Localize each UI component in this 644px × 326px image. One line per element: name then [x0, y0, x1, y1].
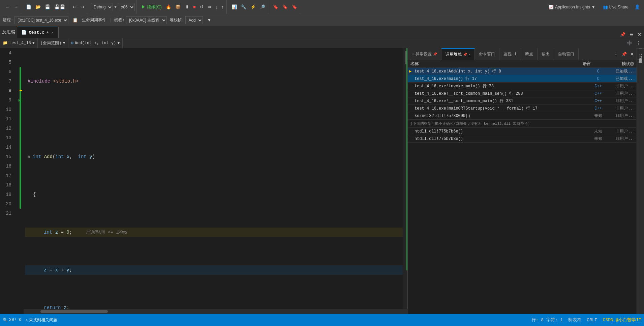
cs-row-0[interactable]: ▶ test_4_16.exe!Add(int x, int y) 行 8 C … [408, 68, 637, 75]
toolbar-bookmark-btn[interactable]: 🔖 [272, 4, 280, 10]
toolbar-undo-btn[interactable]: ↩ [71, 4, 78, 10]
toolbar-analyze-btn[interactable]: 🔎 [258, 4, 267, 10]
toolbar-attach-btn[interactable]: 🔧 [240, 4, 248, 10]
right-panel-pin-btn[interactable]: 📌 [620, 51, 628, 57]
right-panel-close-btn[interactable]: ✕ [629, 51, 635, 57]
tab-close-panel-btn[interactable]: ✕ [636, 31, 643, 38]
cs-row-1[interactable]: test_4_16.exe!main() 行 17 C 已加载... [408, 75, 637, 83]
toolbar-stepinto-btn[interactable]: ↓ [214, 4, 219, 10]
exception-pin: 📌 [433, 52, 437, 56]
status-warning: ⚠ 未找到相关问题 [25, 317, 57, 323]
toolbar-stop-btn[interactable]: ■ [192, 4, 197, 10]
line-num-14: 14 [0, 143, 14, 152]
kw-int-6: int [30, 152, 44, 161]
toolbar-open-btn[interactable]: 📂 [34, 4, 42, 10]
toolbar-save-btn[interactable]: 💾 [43, 4, 52, 10]
toolbar-saveall-btn[interactable]: 💾💾 [53, 4, 66, 10]
assign-9: = [47, 265, 55, 275]
toolbar-bookmark2-btn[interactable]: 🔖 [281, 4, 289, 10]
cs-status-1: 已加载... [608, 76, 635, 82]
toolbar-pause-btn[interactable]: ⏸ [183, 4, 190, 10]
tab-breakpoints[interactable]: 断点 [521, 48, 538, 60]
debug-mode-select[interactable]: Debug [91, 3, 113, 11]
var-y-9: y [66, 265, 69, 275]
thread-select[interactable]: [0x3AAC] 主线程 [126, 16, 167, 24]
toolbar-perf-btn[interactable]: 📊 [230, 4, 238, 10]
cs-row-7[interactable]: ntdll.dll!775b7b6e() 未知 非用户... [408, 128, 637, 135]
toolbar-new-btn[interactable]: 📄 [25, 4, 33, 10]
tab-watch1[interactable]: 监视 1 [499, 48, 521, 60]
editor-scrollbar[interactable] [403, 48, 407, 326]
live-share-btn[interactable]: 👥 Live Share [600, 4, 631, 10]
toolbar-build-btn[interactable]: 📦 [174, 4, 182, 10]
function-name: Add(int x, int y) [75, 41, 116, 46]
cs-row-2[interactable]: test_4_16.exe!invoke_main() 行 78 C++ 非用户… [408, 83, 637, 90]
status-zoom-label: 207 % [9, 318, 21, 322]
toolbar-group-bookmarks: 🔖 🔖 🔖 [270, 0, 300, 14]
tab-close-btn[interactable]: ✕ [51, 30, 54, 35]
cs-row-3[interactable]: test_4_16.exe!__scrt_common_main_seh() 行… [408, 90, 637, 97]
h-scroll-thumb[interactable] [40, 310, 108, 313]
scope-dropdown[interactable]: (全局范围) ▼ [38, 38, 68, 48]
cs-row-5[interactable]: test_4_16.exe!mainCRTStartup(void * __fo… [408, 105, 637, 112]
status-tabtype: 制表符 [568, 317, 581, 323]
app-insights-btn[interactable]: 📈 Application Insights ▼ [546, 4, 598, 10]
cs-lang-6: 未知 [588, 113, 608, 119]
continue-btn[interactable]: ▶ 继续(C) [140, 3, 163, 11]
cs-row-8[interactable]: ntdll.dll!775b7b3e() 未知 非用户... [408, 135, 637, 143]
nav-add-btn[interactable]: ➕ [625, 40, 634, 46]
process-select[interactable]: [0x1FCC] test_4_16.exe [14, 16, 68, 24]
toolbar-account-btn[interactable]: 👤 [633, 4, 641, 10]
process-item: 进程: [0x1FCC] test_4_16.exe [3, 16, 68, 24]
toolbar-stepout-btn[interactable]: ↑ [220, 4, 225, 10]
fn-add: Add [44, 152, 53, 161]
right-panel-controls: ⋮ 📌 ✕ [611, 51, 637, 57]
stack-select[interactable]: Add [185, 16, 203, 24]
toolbar-restart-btn[interactable]: ↺ [198, 4, 205, 10]
toolbar-forward-btn[interactable]: → [12, 4, 20, 10]
process-action-btn[interactable]: 📋 [71, 17, 79, 23]
platform-select[interactable]: x86 [118, 3, 135, 11]
code-content[interactable]: #include <stdio.h> ⊟ int Add ( int [25, 48, 403, 326]
warning-text: [下面的框架可能不正确和/或缺失，没有为 kernel32.dll 加载符号] [410, 121, 634, 126]
toolbar-redo-btn[interactable]: ↪ [79, 4, 86, 10]
tab-command-window[interactable]: 命令窗口 [475, 48, 499, 60]
sidebar-item-git[interactable]: Git 更改 [637, 48, 644, 63]
cs-row-6[interactable]: kernel32.dll!75780099() 未知 非用户... [408, 112, 637, 120]
tab-pin-btn[interactable]: 📌 [619, 31, 627, 38]
tab-testc[interactable]: 📄 test.c ● ✕ [17, 27, 59, 38]
paren-open-6: ( [53, 152, 55, 161]
line-num-19: 19 [0, 190, 14, 199]
horizontal-scrollbar[interactable] [24, 309, 408, 314]
line-num-11: 11 [0, 114, 14, 124]
project-dropdown[interactable]: 📁 test_4_16 ▼ [0, 38, 38, 48]
code-container[interactable]: 4 5 6 7 8 9 10 11 12 13 14 15 16 17 18 1… [0, 48, 407, 326]
toolbar-profile-btn[interactable]: ⚡ [249, 4, 257, 10]
tab-split-btn[interactable]: ☰ [628, 31, 635, 38]
tab-auto-window[interactable]: 自动窗口 [554, 48, 579, 60]
disassembly-btn[interactable]: 反汇编 [0, 26, 17, 38]
nav-menu-btn[interactable]: ⋮ [635, 40, 642, 46]
expand-btn[interactable]: ▼ [206, 17, 213, 23]
tab-output[interactable]: 输出 [538, 48, 554, 60]
scroll-green-marker [406, 48, 407, 270]
col-header-lang: 语言 [573, 61, 600, 67]
right-panel-menu-btn[interactable]: ⋮ [612, 51, 619, 57]
toolbar-back-btn[interactable]: ← [4, 4, 11, 10]
var-z: z [55, 228, 58, 237]
toolbar-hotreload-btn[interactable]: 🔥 [164, 4, 173, 10]
cs-status-4: 非用户... [608, 98, 635, 104]
toolbar-bookmark3-btn[interactable]: 🔖 [290, 4, 299, 10]
function-dropdown[interactable]: ⚙ Add(int x, int y) ▼ [68, 38, 123, 48]
exception-icon: ⚠ [412, 52, 414, 57]
cs-row-4[interactable]: test_4_16.exe!__scrt_common_main() 行 331… [408, 97, 637, 105]
tab-exception-settings[interactable]: ⚠ 异常设置 📌 [408, 48, 441, 60]
tab-modified-icon: ● [47, 30, 49, 34]
fold-icon-6[interactable]: ⊟ [28, 152, 30, 161]
toolbar-stepover-btn[interactable]: ➡ [206, 4, 213, 10]
tab-call-stack[interactable]: 调用堆栈 📌 ✕ [441, 48, 475, 60]
cs-lang-4: C++ [588, 99, 608, 103]
sidebar-item-test[interactable]: 测试资源管理器 [637, 63, 644, 68]
callstack-close-btn[interactable]: ✕ [468, 53, 470, 57]
function-chevron: ▼ [117, 41, 120, 46]
